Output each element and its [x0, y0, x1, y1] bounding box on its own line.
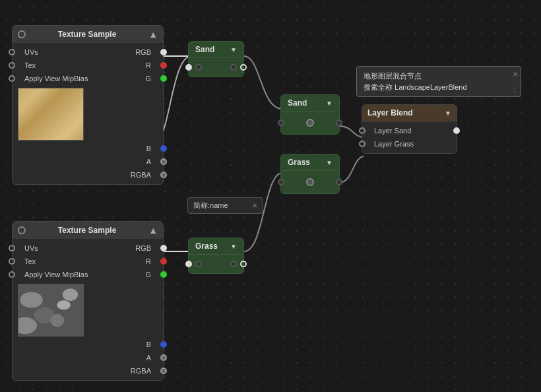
b-label-bottom: B — [146, 341, 151, 348]
grass-connector-in-pin[interactable] — [278, 179, 284, 185]
rgba-label-bottom: RGBA — [131, 367, 151, 375]
layer-blend-header[interactable]: Layer Blend ▼ — [362, 105, 457, 121]
a-label-top: A — [146, 158, 151, 166]
a-row-top: A — [13, 155, 163, 168]
grass-mini-chevron-icon[interactable]: ▼ — [230, 243, 237, 250]
grass-mini-body — [189, 255, 243, 273]
sand-connector-pin-row — [281, 115, 339, 130]
sand-mini-top-node: Sand ▼ — [188, 41, 244, 77]
sand-mini-top-pin-row — [189, 62, 243, 73]
grass-connector-body — [281, 171, 339, 193]
shortname-box: 简称:name ✕ — [187, 197, 263, 214]
sand-connector-title: Sand — [288, 98, 307, 108]
grass-mini-pin-row — [189, 259, 243, 269]
sand-mini-top-circle-right — [230, 64, 237, 71]
tex-in-pin-bottom[interactable] — [9, 258, 15, 265]
layer-grass-label: Layer Grass — [374, 140, 414, 148]
a-out-pin-top[interactable] — [160, 158, 167, 165]
r-out-pin-bottom[interactable] — [160, 258, 167, 265]
uvs-row: UVs RGB — [13, 46, 163, 59]
sand-mini-top-header[interactable]: Sand ▼ — [189, 42, 243, 58]
sand-mini-top-chevron-icon[interactable]: ▼ — [230, 46, 237, 53]
grass-mini-header[interactable]: Grass ▼ — [189, 238, 243, 255]
layer-blend-body: Layer Sand Layer Grass — [362, 121, 457, 153]
uvs-label: UVs — [24, 48, 38, 56]
grass-mini-in-pin[interactable] — [185, 261, 192, 267]
tooltip-line1: 地形图层混合节点 — [364, 71, 514, 82]
rgb-out-pin-bottom[interactable] — [160, 245, 167, 251]
uvs-in-pin[interactable] — [9, 49, 15, 55]
tooltip-close-icon[interactable]: ✕ — [513, 69, 518, 79]
grass-mini-circle-right — [230, 261, 237, 267]
g-out-pin-top[interactable] — [160, 75, 167, 82]
layer-sand-row: Layer Sand — [362, 124, 457, 137]
a-out-pin-bottom[interactable] — [160, 354, 167, 361]
sand-connector-in-pin[interactable] — [278, 119, 284, 126]
layer-sand-out-pin[interactable] — [453, 127, 460, 134]
sand-mini-top-in-pin[interactable] — [185, 64, 192, 71]
uvs-label-bottom: UVs — [24, 244, 38, 252]
b-out-pin-bottom[interactable] — [160, 341, 167, 348]
g-out-pin-bottom[interactable] — [160, 271, 167, 278]
g-label-top: G — [145, 75, 151, 82]
apply-mip-label-top: Apply View MipBias — [24, 75, 88, 82]
grass-connector-out-pin[interactable] — [336, 179, 342, 185]
a-label-bottom: A — [146, 354, 151, 362]
sand-connector-out-pin[interactable] — [336, 119, 342, 126]
grass-mini-out-pin[interactable] — [240, 261, 247, 267]
layer-blend-chevron-icon[interactable]: ▼ — [445, 110, 451, 117]
rgba-out-pin-top[interactable] — [160, 172, 167, 178]
sand-mini-top-out-pin[interactable] — [240, 64, 247, 71]
shortname-close-icon[interactable]: ✕ — [252, 202, 257, 209]
layer-blend-title: Layer Blend — [367, 108, 413, 117]
grass-connector-header[interactable]: Grass ▼ — [281, 154, 339, 171]
b-row-top: B — [13, 142, 163, 155]
texture-sample-bottom-title: Texture Sample — [58, 226, 116, 235]
texture-sample-bottom-chevron-icon[interactable]: ▲ — [148, 225, 158, 236]
grass-connector-title: Grass — [288, 158, 310, 167]
texture-sample-top-header[interactable]: Texture Sample ▲ — [13, 26, 163, 43]
tex-row-top: Tex R — [13, 59, 163, 72]
layer-grass-in-pin[interactable] — [359, 141, 366, 147]
sand-mini-top-body — [189, 58, 243, 77]
rgba-label-top: RGBA — [131, 171, 151, 179]
sand-connector-header[interactable]: Sand ▼ — [281, 95, 339, 112]
tex-label-top: Tex — [24, 61, 36, 69]
rgb-out-pin[interactable] — [160, 49, 167, 55]
rgba-row-top: RGBA — [13, 168, 163, 181]
tex-in-pin-top[interactable] — [9, 62, 15, 69]
texture-sample-top-body: UVs RGB Tex R Apply View MipBias G B — [13, 43, 163, 184]
shortname-label: 简称:name — [193, 201, 228, 211]
rgba-out-pin-bottom[interactable] — [160, 368, 167, 374]
r-out-pin-top[interactable] — [160, 62, 167, 69]
layer-blend-node: Layer Blend ▼ Layer Sand Layer Grass — [362, 104, 457, 154]
layer-grass-row: Layer Grass — [362, 137, 457, 150]
grass-connector-chevron-icon[interactable]: ▼ — [326, 159, 333, 166]
grass-mini-node: Grass ▼ — [188, 238, 244, 274]
layer-sand-label: Layer Sand — [374, 127, 411, 135]
sand-connector-center-pin — [306, 119, 314, 127]
tooltip-box: 地形图层混合节点 搜索全称 LandscapeLayerBlend ✕ ⋮ — [356, 66, 521, 97]
sand-mini-top-title: Sand — [195, 45, 214, 54]
uvs-row-bottom: UVs RGB — [13, 242, 163, 255]
b-out-pin-top[interactable] — [160, 145, 167, 152]
mip-in-pin-top[interactable] — [9, 75, 15, 82]
rgb-label-top: RGB — [135, 48, 151, 56]
texture-sample-bottom-node: Texture Sample ▲ UVs RGB Tex R Apply Vie… — [12, 221, 164, 381]
rgb-label-bottom: RGB — [135, 244, 151, 252]
sand-connector-node: Sand ▼ — [280, 94, 340, 135]
grass-mini-title: Grass — [195, 242, 218, 251]
texture-sample-top-title: Texture Sample — [58, 30, 116, 39]
texture-preview-grass — [18, 284, 84, 337]
layer-sand-in-pin[interactable] — [359, 127, 366, 134]
g-label-bottom: G — [145, 271, 151, 278]
mip-in-pin-bottom[interactable] — [9, 271, 15, 278]
texture-sample-bottom-header[interactable]: Texture Sample ▲ — [13, 222, 163, 239]
sand-connector-body — [281, 112, 339, 134]
tex-label-bottom: Tex — [24, 257, 36, 265]
texture-sample-top-chevron-icon[interactable]: ▲ — [148, 29, 158, 40]
rgba-row-bottom: RGBA — [13, 364, 163, 377]
uvs-in-pin-bottom[interactable] — [9, 245, 15, 251]
sand-connector-chevron-icon[interactable]: ▼ — [326, 100, 333, 107]
texture-sample-top-collapse-pin — [18, 30, 26, 38]
